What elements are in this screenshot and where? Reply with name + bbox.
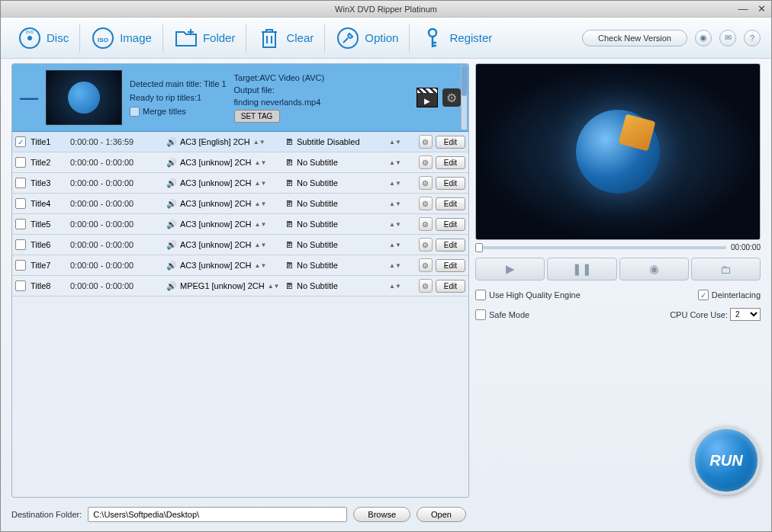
disc-button[interactable]: DVD Disc [11,24,75,52]
image-button[interactable]: ISO Image [85,24,158,52]
timeline-knob[interactable] [475,243,483,252]
subtitle-selector[interactable]: ▲▼ [389,180,401,187]
scrollbar[interactable] [461,66,467,130]
pause-button[interactable]: ❚❚ [547,258,616,280]
title-row[interactable]: ✓Title10:00:00 - 1:36:59🔊AC3 [English] 2… [12,132,468,152]
open-button[interactable]: Open [417,507,466,522]
title-row[interactable]: Title50:00:00 - 0:00:00🔊AC3 [unknow] 2CH… [12,214,468,235]
audio-selector[interactable]: ▲▼ [268,283,280,290]
audio-info: AC3 [unknow] 2CH [180,158,252,167]
row-settings-button[interactable]: ⚙ [419,135,433,149]
mail-button[interactable]: ✉ [719,30,736,46]
audio-info: AC3 [unknow] 2CH [180,240,252,249]
subtitle-selector[interactable]: ▲▼ [389,262,401,269]
safe-mode-checkbox[interactable] [475,309,486,320]
clear-button[interactable]: Clear [251,24,320,52]
audio-selector[interactable]: ▲▼ [255,159,267,166]
title-row[interactable]: Title80:00:00 - 0:00:00🔊MPEG1 [unknow] 2… [12,276,468,296]
title-row[interactable]: Title70:00:00 - 0:00:00🔊AC3 [unknow] 2CH… [12,255,468,276]
speaker-icon: 🔊 [166,261,177,271]
audio-info: AC3 [unknow] 2CH [180,261,252,270]
browse-button[interactable]: Browse [353,507,410,522]
set-tag-button[interactable]: SET TAG [234,110,280,123]
key-icon [420,26,445,50]
merge-titles-checkbox[interactable] [130,107,140,117]
title-row[interactable]: Title60:00:00 - 0:00:00🔊AC3 [unknow] 2CH… [12,235,468,255]
subtitle-selector[interactable]: ▲▼ [389,242,401,248]
help-icon: ? [750,34,754,43]
edit-button[interactable]: Edit [436,239,465,252]
subtitle-selector[interactable]: ▲▼ [389,159,401,166]
title-duration: 0:00:00 - 0:00:00 [70,261,162,270]
audio-selector[interactable]: ▲▼ [255,180,267,187]
audio-selector[interactable]: ▲▼ [253,139,265,146]
title-row[interactable]: Title40:00:00 - 0:00:00🔊AC3 [unknow] 2CH… [12,194,468,214]
title-checkbox[interactable] [15,280,26,291]
edit-button[interactable]: Edit [436,218,465,231]
clapper-icon[interactable] [417,88,438,107]
snapshot-button[interactable]: ◉ [619,258,689,280]
title-checkbox[interactable] [15,239,26,250]
account-button[interactable]: ◉ [695,30,712,46]
title-checkbox[interactable] [15,178,26,188]
option-button[interactable]: Option [330,24,404,52]
edit-button[interactable]: Edit [436,156,465,169]
help-button[interactable]: ? [744,30,761,46]
row-settings-button[interactable]: ⚙ [419,238,433,252]
audio-selector[interactable]: ▲▼ [255,200,267,207]
minimize-button[interactable]: — [738,4,748,14]
title-checkbox[interactable]: ✓ [15,136,26,147]
speaker-icon: 🔊 [166,158,177,168]
row-settings-button[interactable]: ⚙ [419,155,433,169]
title-row[interactable]: Title30:00:00 - 0:00:00🔊AC3 [unknow] 2CH… [12,173,468,194]
camera-icon: ◉ [649,262,659,276]
check-version-button[interactable]: Check New Version [582,30,687,46]
title-checkbox[interactable] [15,157,26,168]
run-button[interactable]: RUN [692,426,761,495]
edit-button[interactable]: Edit [436,177,465,190]
edit-button[interactable]: Edit [436,136,465,149]
edit-button[interactable]: Edit [436,259,465,272]
audio-selector[interactable]: ▲▼ [255,242,267,248]
title-row[interactable]: Title20:00:00 - 0:00:00🔊AC3 [unknow] 2CH… [12,152,468,173]
subtitle-selector[interactable]: ▲▼ [389,221,401,228]
audio-info: MPEG1 [unknow] 2CH [180,281,265,290]
folder-button[interactable]: Folder [168,24,242,52]
cpu-core-select[interactable]: 2 [730,308,761,321]
title-checkbox[interactable] [15,260,26,271]
title-duration: 0:00:00 - 0:00:00 [70,178,162,187]
title-duration: 0:00:00 - 0:00:00 [70,220,162,229]
title-checkbox[interactable] [15,219,26,229]
pause-icon: ❚❚ [572,262,592,276]
row-settings-button[interactable]: ⚙ [419,279,433,293]
speaker-icon: 🔊 [166,240,177,250]
register-button[interactable]: Register [414,24,498,52]
edit-button[interactable]: Edit [436,197,465,210]
edit-button[interactable]: Edit [436,280,465,293]
speaker-icon: 🔊 [166,178,177,188]
row-settings-button[interactable]: ⚙ [419,258,433,272]
title-name: Title1 [31,137,66,146]
subtitle-selector[interactable]: ▲▼ [389,283,401,290]
collapse-button[interactable]: — [20,87,38,108]
play-button[interactable]: ▶ [475,258,545,280]
hq-checkbox[interactable] [475,290,486,300]
output-label: Output file: [234,85,325,95]
svg-point-1 [27,36,32,40]
timeline[interactable]: 00:00:00 [475,243,761,252]
subtitle-icon: 🖹 [285,199,294,208]
audio-selector[interactable]: ▲▼ [255,221,267,228]
deinterlacing-checkbox[interactable]: ✓ [698,290,709,300]
row-settings-button[interactable]: ⚙ [419,197,433,210]
row-settings-button[interactable]: ⚙ [419,176,433,190]
subtitle-selector[interactable]: ▲▼ [389,139,401,146]
audio-selector[interactable]: ▲▼ [255,262,267,269]
subtitle-icon: 🖹 [285,158,294,167]
settings-icon[interactable]: ⚙ [442,88,461,107]
close-button[interactable]: ✕ [756,4,767,14]
row-settings-button[interactable]: ⚙ [419,217,433,231]
destination-input[interactable] [88,507,347,522]
subtitle-selector[interactable]: ▲▼ [389,200,401,207]
title-checkbox[interactable] [15,198,26,209]
open-folder-button[interactable]: 🗀 [691,258,761,280]
